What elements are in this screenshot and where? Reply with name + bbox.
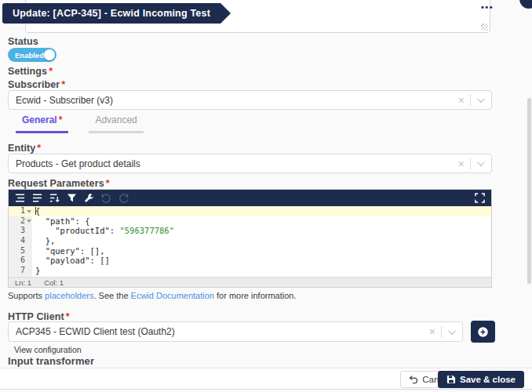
undo-icon[interactable]	[101, 193, 111, 203]
footer-bar: Cancel Save & close	[0, 368, 532, 390]
entity-label: Entity*	[8, 143, 41, 154]
cursor-line-indicator: Ln: 1	[15, 278, 31, 287]
line-number: 4	[20, 236, 25, 245]
line-number: 2	[20, 216, 25, 225]
editor-status-bar: Ln: 1 Col: 1	[9, 277, 491, 287]
fullscreen-icon[interactable]	[475, 193, 485, 203]
repair-wrench-icon[interactable]	[84, 193, 94, 203]
clear-icon[interactable]: ×	[424, 326, 441, 337]
chevron-down-icon[interactable]	[477, 95, 485, 103]
view-configuration-link[interactable]: View configuration	[14, 345, 82, 354]
tab-advanced[interactable]: Advanced	[89, 114, 143, 133]
status-toggle[interactable]: Enabled	[8, 48, 56, 62]
cursor-col-indicator: Col: 1	[44, 278, 64, 287]
json-editor: 1 { 2 "path": { 3 "productId": "59637778…	[8, 189, 492, 288]
tab-general[interactable]: General*	[16, 114, 68, 133]
save-floppy-icon	[446, 375, 456, 384]
json-code-area[interactable]: 1 { 2 "path": { 3 "productId": "59637778…	[9, 206, 491, 277]
select-divider	[470, 94, 471, 106]
select-divider	[470, 158, 471, 169]
chevron-down-icon[interactable]	[448, 327, 456, 335]
line-number: 1	[20, 206, 25, 215]
http-client-label: HTTP Client*	[8, 311, 70, 322]
http-client-select-value: ACP345 - ECWID Client test (Oauth2)	[16, 326, 424, 337]
ecwid-documentation-link[interactable]: Ecwid Documentation	[131, 291, 214, 300]
subscriber-label: Subscriber*	[8, 79, 65, 90]
add-http-client-button[interactable]	[471, 321, 495, 343]
transform-filter-icon[interactable]	[67, 193, 77, 203]
code-line[interactable]: 5 "query": [],	[9, 246, 491, 256]
clear-icon[interactable]: ×	[453, 95, 470, 106]
textarea-resize-grip[interactable]	[481, 24, 488, 31]
code-line[interactable]: 4 },	[9, 236, 491, 246]
line-number: 5	[20, 246, 25, 255]
ellipsis-menu-icon[interactable]: •••	[481, 2, 494, 12]
request-params-help: Supports placeholders. See the Ecwid Doc…	[8, 291, 297, 300]
placeholders-link[interactable]: placeholders	[45, 291, 93, 300]
fold-widget-icon[interactable]	[27, 210, 31, 213]
http-client-select[interactable]: ACP345 - ECWID Client test (Oauth2) ×	[8, 321, 463, 342]
entity-select-value: Products - Get product details	[16, 158, 453, 169]
code-line[interactable]: 1 {	[9, 206, 491, 216]
save-and-close-button[interactable]: Save & close	[438, 371, 524, 388]
fold-widget-icon[interactable]	[27, 220, 31, 223]
code-line[interactable]: 3 "productId": "596377786"	[9, 226, 491, 236]
select-divider	[441, 326, 442, 338]
line-number: 7	[20, 266, 25, 274]
compact-icon[interactable]	[32, 193, 42, 203]
settings-tabs: General* Advanced	[16, 114, 144, 133]
settings-label: Settings*	[8, 66, 53, 77]
status-label: Status	[8, 36, 38, 47]
line-number: 3	[20, 226, 25, 234]
plus-circle-icon	[477, 326, 489, 338]
entity-select[interactable]: Products - Get product details ×	[8, 154, 492, 173]
code-line[interactable]: 2 "path": {	[9, 216, 491, 227]
floating-action-partial[interactable]	[519, 0, 532, 9]
chevron-down-icon[interactable]	[477, 158, 485, 166]
code-line[interactable]: 7 }	[9, 266, 491, 276]
clear-icon[interactable]: ×	[453, 158, 470, 169]
input-transformer-label: Input transformer	[8, 355, 94, 367]
json-editor-toolbar	[9, 190, 491, 206]
code-line[interactable]: 6 "payload": []	[9, 256, 491, 266]
vertical-scrollbar-thumb[interactable]	[527, 98, 531, 284]
subscriber-select[interactable]: Ecwid - Subscriber (v3) ×	[8, 90, 492, 110]
subscriber-select-value: Ecwid - Subscriber (v3)	[16, 95, 453, 106]
update-modal: Update: [ACP-345] - Ecwid Incoming Test …	[0, 0, 532, 392]
line-number: 6	[20, 256, 25, 264]
sort-icon[interactable]	[49, 193, 60, 203]
toggle-knob[interactable]	[44, 49, 55, 60]
request-parameters-label: Request Parameters*	[8, 178, 110, 189]
page-title: Update: [ACP-345] - Ecwid Incoming Test	[2, 3, 231, 24]
format-icon[interactable]	[15, 193, 25, 203]
redo-icon[interactable]	[118, 193, 129, 203]
toggle-label: Enabled	[15, 51, 44, 60]
undo-arrow-icon	[409, 375, 418, 384]
